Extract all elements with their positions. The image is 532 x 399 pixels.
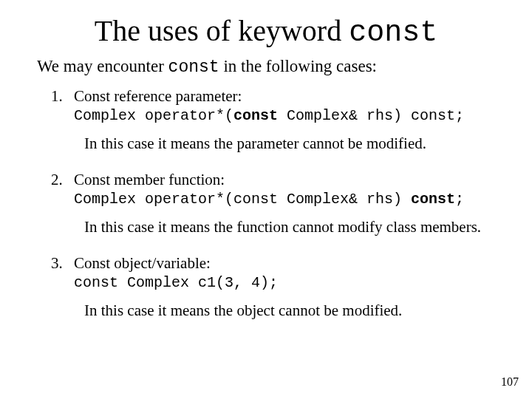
case-1-explain: In this case it means the parameter cann… <box>84 134 495 153</box>
case-3-explain: In this case it means the object cannot … <box>84 301 495 320</box>
intro-text: We may encounter const in the following … <box>37 57 495 77</box>
list-item: Const reference parameter: Complex opera… <box>66 87 495 153</box>
code-bold: const <box>233 107 278 124</box>
cases-list: Const reference parameter: Complex opera… <box>37 87 495 320</box>
case-1-label: Const reference parameter: <box>74 87 242 105</box>
code-segment: ; <box>455 191 464 208</box>
code-segment: Complex& rhs) const; <box>278 107 464 124</box>
code-bold: const <box>411 191 455 208</box>
title-keyword: const <box>349 16 437 50</box>
case-2-explain: In this case it means the function canno… <box>84 218 495 236</box>
intro-keyword: const <box>168 58 219 77</box>
slide: The uses of keyword const We may encount… <box>0 0 532 399</box>
case-3-code: const Complex c1(3, 4); <box>74 274 495 291</box>
page-title: The uses of keyword const <box>37 13 495 50</box>
page-number: 107 <box>501 375 519 389</box>
title-prefix: The uses of keyword <box>95 14 349 47</box>
case-2-label: Const member function: <box>74 171 225 188</box>
intro-a: We may encounter <box>37 57 168 75</box>
list-item: Const object/variable: const Complex c1(… <box>66 254 495 320</box>
code-segment: Complex operator*(const Complex& rhs) <box>74 191 411 208</box>
case-2-code: Complex operator*(const Complex& rhs) co… <box>74 191 495 208</box>
list-item: Const member function: Complex operator*… <box>66 171 495 236</box>
case-3-label: Const object/variable: <box>74 254 211 272</box>
intro-b: in the following cases: <box>219 57 377 75</box>
code-segment: Complex operator*( <box>74 107 233 124</box>
case-1-code: Complex operator*(const Complex& rhs) co… <box>74 107 495 124</box>
